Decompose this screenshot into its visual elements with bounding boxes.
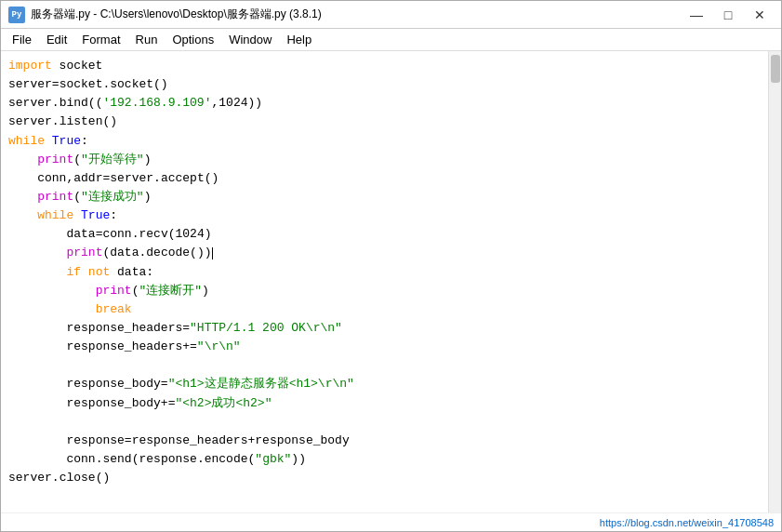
code-line — [8, 356, 761, 375]
code-line: server.bind(('192.168.9.109',1024)) — [8, 94, 761, 113]
code-line: response_body+="<h2>成功<h2>" — [8, 394, 761, 413]
menu-bar: File Edit Format Run Options Window Help — [1, 29, 781, 51]
menu-edit[interactable]: Edit — [39, 31, 74, 48]
code-line: print(data.decode()) — [8, 244, 761, 262]
code-line: while True: — [8, 132, 761, 151]
menu-help[interactable]: Help — [279, 31, 319, 48]
window-title: 服务器端.py - C:\Users\lenovo\Desktop\服务器端.p… — [31, 7, 683, 22]
text-cursor — [212, 247, 213, 259]
code-editor[interactable]: import socketserver=socket.socket()serve… — [1, 51, 768, 512]
code-line — [8, 413, 761, 432]
watermark-text: https://blog.csdn.net/weixin_41708548 — [600, 517, 774, 528]
menu-format[interactable]: Format — [74, 31, 127, 48]
editor-container: import socketserver=socket.socket()serve… — [1, 51, 781, 512]
code-line: if not data: — [8, 263, 761, 282]
menu-file[interactable]: File — [5, 31, 39, 48]
code-line: conn.send(response.encode("gbk")) — [8, 450, 761, 469]
bottom-bar: https://blog.csdn.net/weixin_41708548 — [1, 512, 781, 531]
code-line: response_headers="HTTP/1.1 200 OK\r\n" — [8, 319, 761, 338]
app-icon: Py — [8, 7, 25, 23]
menu-options[interactable]: Options — [165, 31, 221, 48]
code-line: response=response_headers+response_body — [8, 432, 761, 450]
code-line: conn,addr=server.accept() — [8, 169, 761, 188]
code-line: print("连接成功") — [8, 188, 761, 206]
restore-button[interactable]: □ — [714, 5, 742, 25]
code-line: print("开始等待") — [8, 151, 761, 169]
menu-window[interactable]: Window — [221, 31, 279, 48]
code-line: data=conn.recv(1024) — [8, 225, 761, 244]
code-line: server.close() — [8, 469, 761, 487]
minimize-button[interactable]: — — [683, 5, 710, 25]
code-line: server=socket.socket() — [8, 75, 761, 94]
code-line: break — [8, 300, 761, 319]
code-line: response_headers+="\r\n" — [8, 338, 761, 356]
code-line: while True: — [8, 206, 761, 225]
window-controls: — □ ✕ — [683, 5, 774, 25]
menu-run[interactable]: Run — [128, 31, 166, 48]
main-window: Py 服务器端.py - C:\Users\lenovo\Desktop\服务器… — [0, 0, 782, 532]
code-line: import socket — [8, 57, 761, 75]
code-line: response_body="<h1>这是静态服务器<h1>\r\n" — [8, 375, 761, 393]
title-bar: Py 服务器端.py - C:\Users\lenovo\Desktop\服务器… — [1, 1, 781, 29]
scrollbar[interactable] — [768, 51, 781, 512]
close-button[interactable]: ✕ — [746, 5, 774, 25]
scrollbar-thumb[interactable] — [771, 55, 780, 83]
code-line: print("连接断开") — [8, 282, 761, 300]
code-line: server.listen() — [8, 113, 761, 131]
